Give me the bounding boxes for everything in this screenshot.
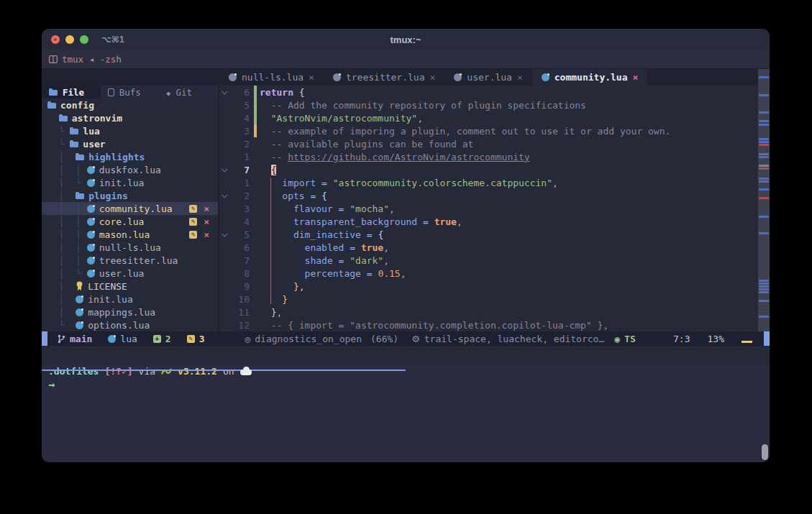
iterm-tab-label: tmux ◂ -zsh bbox=[62, 54, 122, 65]
sidebar-tab-git[interactable]: Git bbox=[159, 86, 218, 98]
code-line: 6 enabled = true, bbox=[219, 241, 770, 254]
code-line: 8 percentage = 0.15, bbox=[219, 267, 770, 280]
tree-item-options.lua[interactable]: └ options.lua bbox=[42, 318, 218, 331]
code-line: 7 shade = "dark", bbox=[219, 254, 770, 267]
indent-guides: │ │ bbox=[47, 216, 87, 227]
zoom-window-button[interactable] bbox=[80, 35, 88, 44]
git-sign bbox=[254, 215, 257, 228]
shell-prompt: .dotfiles[!?✓]viav3.11.2on bbox=[48, 364, 770, 377]
prompt-segment: .dotfiles bbox=[48, 366, 99, 377]
code-token: "astrocommunity.colorscheme.catppuccin" bbox=[333, 178, 552, 188]
code-token: enabled bbox=[260, 242, 344, 253]
fold-chevron-icon[interactable] bbox=[222, 166, 227, 172]
scrollbar-mark bbox=[759, 178, 769, 180]
tree-item-init.lua[interactable]: │ init.lua bbox=[42, 293, 218, 306]
code-text: flavour = "mocha", bbox=[260, 203, 395, 214]
scrollbar-mark bbox=[759, 232, 769, 234]
tree-item-plugins[interactable]: │ plugins bbox=[42, 189, 218, 202]
tree-item-init.lua[interactable]: │ └ init.lua bbox=[42, 176, 218, 189]
line-number: 3 bbox=[231, 203, 254, 214]
segment-text: lua bbox=[120, 334, 137, 344]
fold-chevron-icon[interactable] bbox=[222, 231, 227, 237]
unstaged-badge: × bbox=[204, 231, 209, 239]
git-sign bbox=[254, 241, 257, 254]
buffer-tab-label: null-ls.lua bbox=[242, 72, 304, 83]
prompt-segment: v3.11.2 bbox=[178, 366, 217, 377]
tree-item-duskfox.lua[interactable]: │ │ duskfox.lua bbox=[42, 163, 218, 176]
macos-scrollbar-thumb[interactable] bbox=[762, 444, 768, 460]
prompt-segment: via bbox=[139, 366, 155, 377]
code-token: { bbox=[321, 191, 327, 201]
iterm-tab-bar: tmux ◂ -zsh bbox=[42, 50, 770, 69]
code-line: 3 -- example of imporing a plugin, comme… bbox=[219, 124, 770, 137]
scrollbar-mark bbox=[759, 280, 769, 282]
tree-item-core.lua[interactable]: │ │ core.lua✎× bbox=[42, 215, 218, 228]
close-icon[interactable]: × bbox=[309, 72, 314, 83]
code-token: "mocha" bbox=[350, 203, 389, 214]
git-sign bbox=[254, 318, 257, 331]
tree-item-lua[interactable]: └ lua bbox=[42, 124, 218, 137]
sidebar-tab-file[interactable]: File bbox=[42, 86, 101, 98]
close-window-button[interactable] bbox=[51, 35, 60, 44]
titlebar: ⌥⌘1 tmux:~ bbox=[42, 29, 770, 50]
code-token: "AstroNvim/astrocommunity" bbox=[260, 113, 417, 124]
plus-box-icon: + bbox=[153, 335, 161, 343]
iterm-tab[interactable]: tmux ◂ -zsh bbox=[49, 54, 122, 65]
tree-item-label: LICENSE bbox=[88, 281, 127, 292]
buffer-tab-community.lua[interactable]: community.lua× bbox=[532, 69, 648, 86]
lua-icon bbox=[542, 73, 549, 81]
segment-lsp: trail-space, luacheck, editorco… bbox=[411, 334, 604, 344]
tree-item-null-ls.lua[interactable]: │ │ null-ls.lua bbox=[42, 241, 218, 254]
tree-item-mappings.lua[interactable]: │ mappings.lua bbox=[42, 306, 218, 318]
editor-buffer[interactable]: 6return {5 -- Add the community reposito… bbox=[219, 86, 770, 331]
code-text: -- Add the community repository of plugi… bbox=[260, 100, 586, 111]
tree-item-mason.lua[interactable]: │ │ mason.lua✎× bbox=[42, 228, 218, 241]
buffer-tab-treesitter.lua[interactable]: treesitter.lua× bbox=[324, 69, 444, 86]
code-token bbox=[260, 165, 271, 175]
scrollbar-mark bbox=[759, 165, 769, 167]
tree-item-LICENSE[interactable]: │ LICENSE bbox=[42, 280, 218, 293]
scrollbar-mark bbox=[759, 144, 769, 146]
code-token: transparent_background bbox=[260, 216, 417, 227]
git-sign bbox=[254, 267, 257, 280]
lua-icon bbox=[76, 295, 83, 303]
shell-pane[interactable]: .dotfiles[!?✓]viav3.11.2on → bbox=[42, 364, 770, 462]
indent-guides: │ │ bbox=[47, 203, 87, 214]
segment-text: 2 bbox=[165, 334, 171, 344]
tree-item-user[interactable]: └ user bbox=[42, 137, 218, 150]
line-number: 5 bbox=[231, 229, 254, 240]
lua-icon bbox=[87, 205, 95, 213]
lua-icon bbox=[87, 231, 95, 239]
code-line: 12 -- { import = "astrocommunity.complet… bbox=[219, 318, 770, 331]
close-icon[interactable]: × bbox=[430, 72, 436, 83]
buffer-tab-null-ls.lua[interactable]: null-ls.lua× bbox=[219, 69, 324, 86]
segment-git-changed: ✎3 bbox=[187, 334, 205, 344]
line-number: 9 bbox=[231, 281, 254, 292]
code-line: 7 { bbox=[219, 163, 770, 176]
code-token: = bbox=[305, 191, 321, 201]
code-text: import = "astrocommunity.colorscheme.cat… bbox=[260, 178, 558, 188]
code-token: true bbox=[361, 242, 383, 253]
folder-icon bbox=[59, 116, 68, 121]
tree-item-community.lua[interactable]: │ │ community.lua✎× bbox=[42, 202, 218, 215]
code-line: 2 opts = { bbox=[219, 189, 770, 202]
close-icon[interactable]: × bbox=[517, 72, 523, 83]
tree-item-user.lua[interactable]: │ └ user.lua bbox=[42, 267, 218, 280]
line-number: 11 bbox=[231, 307, 254, 318]
buffer-tab-user.lua[interactable]: user.lua× bbox=[444, 69, 532, 86]
fold-chevron-icon[interactable] bbox=[222, 88, 227, 94]
sidebar-tab-bufs[interactable]: Bufs bbox=[101, 86, 160, 98]
editor-scrollbar[interactable] bbox=[758, 69, 770, 331]
tree-item-highlights[interactable]: │ highlights bbox=[42, 150, 218, 163]
segment-git-added: +2 bbox=[153, 334, 171, 344]
code-line: 1 import = "astrocommunity.colorscheme.c… bbox=[219, 176, 770, 189]
scrollbar-mark bbox=[759, 111, 769, 114]
tree-item-treesitter.lua[interactable]: │ │ treesitter.lua bbox=[42, 254, 218, 267]
indent-guides: │ bbox=[47, 152, 76, 162]
minimize-window-button[interactable] bbox=[65, 35, 74, 44]
tree-item-astronvim[interactable]: astronvim bbox=[42, 111, 218, 124]
tree-item-config[interactable]: config bbox=[42, 98, 218, 111]
fold-chevron-icon[interactable] bbox=[222, 192, 227, 198]
close-icon[interactable]: × bbox=[633, 72, 639, 83]
code-token: import bbox=[260, 178, 316, 188]
